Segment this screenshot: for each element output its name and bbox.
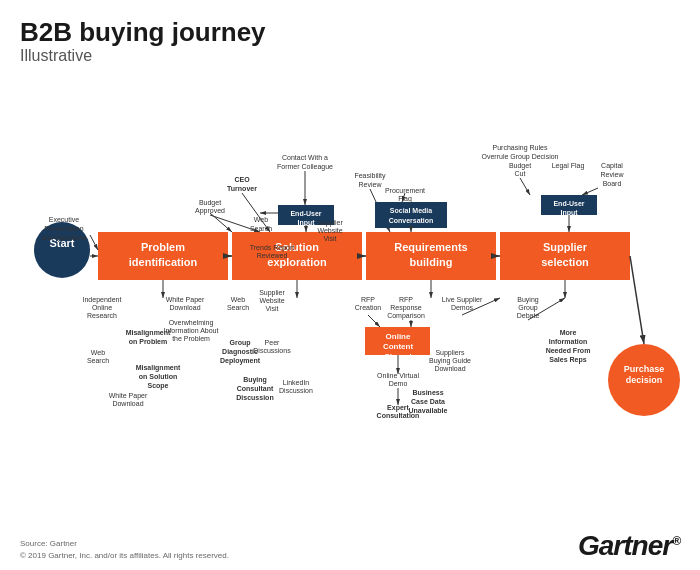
svg-text:Trends Report: Trends Report xyxy=(250,244,295,252)
svg-line-143 xyxy=(210,213,232,232)
svg-text:Social Media: Social Media xyxy=(390,207,433,214)
svg-text:Presentation: Presentation xyxy=(44,225,83,232)
svg-text:Web: Web xyxy=(254,216,268,223)
page-title: B2B buying journey xyxy=(20,18,680,47)
svg-text:Discussions: Discussions xyxy=(253,347,291,354)
svg-text:Case Data: Case Data xyxy=(411,398,445,405)
svg-text:Download: Download xyxy=(112,400,143,407)
source-label: Source: Gartner xyxy=(20,538,229,550)
svg-text:Cut: Cut xyxy=(515,170,526,177)
svg-text:Board: Board xyxy=(603,180,622,187)
svg-text:RFP: RFP xyxy=(399,296,413,303)
svg-text:Legal Flag: Legal Flag xyxy=(552,162,585,170)
svg-text:Search: Search xyxy=(250,225,272,232)
svg-text:Live Supplier: Live Supplier xyxy=(442,296,483,304)
svg-text:Discussion: Discussion xyxy=(279,387,313,394)
svg-text:Discussion: Discussion xyxy=(236,394,273,401)
svg-text:identification: identification xyxy=(129,256,198,268)
svg-text:Review: Review xyxy=(601,171,625,178)
svg-text:Misalignment: Misalignment xyxy=(136,364,181,372)
svg-text:Creation: Creation xyxy=(355,304,382,311)
svg-text:End-User: End-User xyxy=(553,200,584,207)
svg-text:Scope: Scope xyxy=(147,382,168,390)
svg-text:Business: Business xyxy=(412,389,443,396)
svg-line-137 xyxy=(368,315,380,327)
svg-text:Search: Search xyxy=(87,357,109,364)
svg-text:Former Colleague: Former Colleague xyxy=(277,163,333,171)
svg-text:CEO: CEO xyxy=(234,176,250,183)
svg-text:Conversation: Conversation xyxy=(389,217,434,224)
svg-text:Overrule Group Decision: Overrule Group Decision xyxy=(481,153,558,161)
svg-text:Consultant: Consultant xyxy=(237,385,274,392)
svg-text:Capital: Capital xyxy=(601,162,623,170)
svg-text:Review: Review xyxy=(359,181,383,188)
svg-text:Response: Response xyxy=(390,304,422,312)
svg-text:Research: Research xyxy=(87,312,117,319)
svg-text:Demo: Demo xyxy=(389,380,408,387)
svg-text:Download: Download xyxy=(434,365,465,372)
footer: Source: Gartner © 2019 Gartner, Inc. and… xyxy=(20,530,680,562)
svg-text:Online: Online xyxy=(386,332,411,341)
svg-rect-46 xyxy=(375,202,447,228)
svg-text:White Paper: White Paper xyxy=(109,392,148,400)
svg-text:Purchase: Purchase xyxy=(624,364,665,374)
journey-diagram: Start Problem identification Solution ex… xyxy=(10,50,690,520)
svg-text:Overwhelming: Overwhelming xyxy=(169,319,214,327)
svg-text:Purchasing Rules: Purchasing Rules xyxy=(493,144,548,152)
svg-text:Expert: Expert xyxy=(387,404,409,412)
svg-text:Problem: Problem xyxy=(141,241,185,253)
svg-text:Buying: Buying xyxy=(243,376,267,384)
svg-text:Sales Reps: Sales Reps xyxy=(549,356,586,364)
svg-text:on Solution: on Solution xyxy=(139,373,178,380)
svg-text:Web: Web xyxy=(91,349,105,356)
svg-text:RFP: RFP xyxy=(361,296,375,303)
svg-text:Visit: Visit xyxy=(265,305,278,312)
svg-text:Contact With a: Contact With a xyxy=(282,154,328,161)
svg-line-57 xyxy=(520,178,530,195)
svg-text:Information About: Information About xyxy=(164,327,219,334)
svg-text:Feasibility: Feasibility xyxy=(354,172,386,180)
svg-text:selection: selection xyxy=(541,256,589,268)
gartner-logo: Gartner® xyxy=(578,530,680,562)
registered-mark: ® xyxy=(672,534,680,548)
svg-text:Visit: Visit xyxy=(323,235,336,242)
svg-text:Procurement: Procurement xyxy=(385,187,425,194)
svg-text:Supplier: Supplier xyxy=(317,219,343,227)
svg-text:Peer: Peer xyxy=(265,339,280,346)
svg-text:Approved: Approved xyxy=(195,207,225,215)
svg-text:Content: Content xyxy=(383,342,414,351)
svg-text:Needed From: Needed From xyxy=(546,347,591,354)
copyright-text: © 2019 Gartner, Inc. and/or its affiliat… xyxy=(20,550,229,562)
svg-text:Website: Website xyxy=(259,297,284,304)
svg-line-132 xyxy=(630,256,644,344)
source-info: Source: Gartner © 2019 Gartner, Inc. and… xyxy=(20,538,229,562)
svg-text:Deployment: Deployment xyxy=(220,357,261,365)
svg-text:Information: Information xyxy=(549,338,588,345)
svg-text:Search: Search xyxy=(227,304,249,311)
svg-text:Turnover: Turnover xyxy=(227,185,257,192)
svg-text:Reviewed: Reviewed xyxy=(257,252,288,259)
svg-text:decision: decision xyxy=(626,375,663,385)
svg-text:the Problem: the Problem xyxy=(172,335,210,342)
svg-text:Flag: Flag xyxy=(398,195,412,203)
svg-text:Group: Group xyxy=(230,339,251,347)
svg-text:End-User: End-User xyxy=(290,210,321,217)
svg-text:Group: Group xyxy=(518,304,538,312)
svg-text:Web: Web xyxy=(231,296,245,303)
svg-text:building: building xyxy=(410,256,453,268)
svg-text:Budget: Budget xyxy=(509,162,531,170)
svg-text:Supplier: Supplier xyxy=(259,289,285,297)
svg-text:Executive: Executive xyxy=(49,216,79,223)
svg-text:Download: Download xyxy=(169,304,200,311)
svg-text:Comparison: Comparison xyxy=(387,312,425,320)
svg-text:Unavailable: Unavailable xyxy=(409,407,448,414)
svg-text:Buying: Buying xyxy=(517,296,539,304)
svg-text:and Questions: and Questions xyxy=(41,234,87,242)
svg-text:Buying Guide: Buying Guide xyxy=(429,357,471,365)
svg-text:LinkedIn: LinkedIn xyxy=(283,379,310,386)
svg-text:Supplier: Supplier xyxy=(543,241,588,253)
svg-text:on Problem: on Problem xyxy=(129,338,168,345)
svg-text:White Paper: White Paper xyxy=(166,296,205,304)
svg-text:Website: Website xyxy=(317,227,342,234)
svg-text:More: More xyxy=(560,329,577,336)
